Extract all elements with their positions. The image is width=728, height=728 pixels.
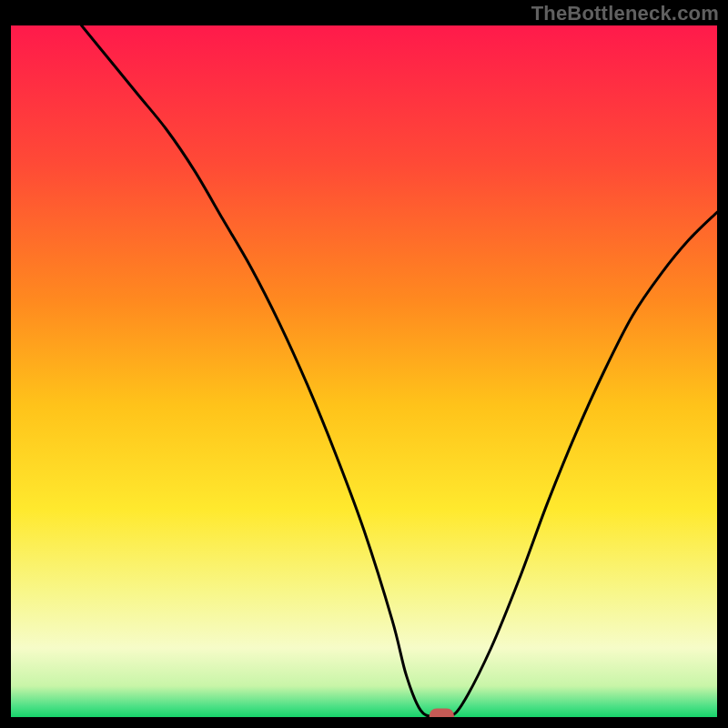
plot-area xyxy=(11,25,717,717)
gradient-background xyxy=(11,25,717,717)
bottleneck-chart xyxy=(11,25,717,717)
optimal-marker xyxy=(430,709,454,718)
watermark-text: TheBottleneck.com xyxy=(531,2,719,25)
chart-frame: TheBottleneck.com xyxy=(0,0,728,728)
